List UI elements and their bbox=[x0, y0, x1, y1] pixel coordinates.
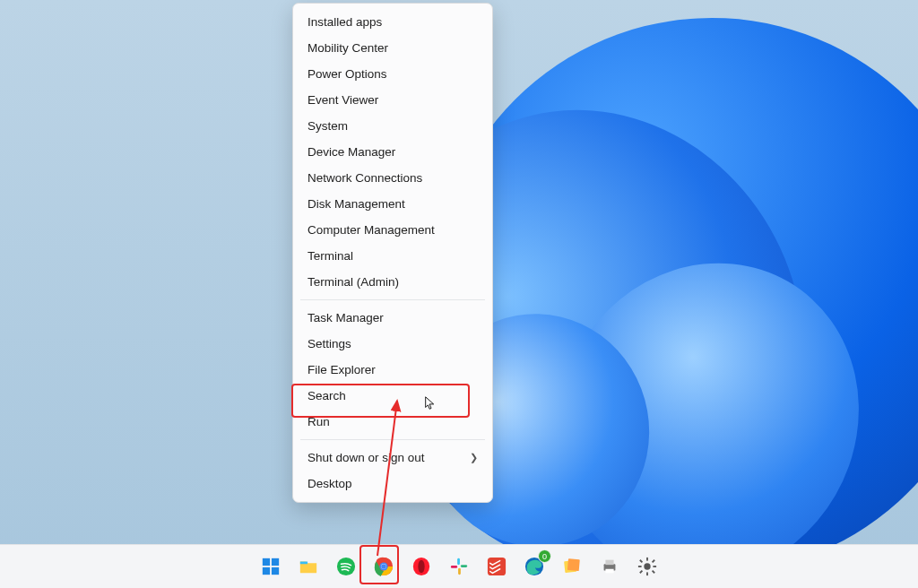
svg-rect-31 bbox=[639, 559, 643, 563]
menu-item-device-manager[interactable]: Device Manager bbox=[293, 139, 492, 165]
menu-item-terminal[interactable]: Terminal bbox=[293, 243, 492, 269]
spotify-icon bbox=[336, 557, 356, 576]
svg-rect-28 bbox=[646, 572, 648, 575]
menu-item-mobility-center[interactable]: Mobility Center bbox=[293, 35, 492, 61]
menu-item-label: Device Manager bbox=[307, 145, 395, 159]
svg-rect-32 bbox=[652, 570, 655, 574]
svg-rect-27 bbox=[646, 558, 648, 561]
file-explorer-button[interactable] bbox=[295, 553, 322, 580]
svg-rect-5 bbox=[263, 567, 270, 575]
svg-rect-4 bbox=[272, 558, 279, 566]
menu-item-event-viewer[interactable]: Event Viewer bbox=[293, 87, 492, 113]
folder-icon bbox=[299, 557, 318, 576]
menu-item-network-connections[interactable]: Network Connections bbox=[293, 165, 492, 191]
svg-rect-34 bbox=[639, 570, 643, 574]
menu-item-label: Event Viewer bbox=[307, 93, 378, 107]
menu-item-desktop[interactable]: Desktop bbox=[293, 471, 492, 497]
menu-item-label: Disk Management bbox=[307, 197, 405, 211]
menu-item-label: Terminal bbox=[307, 249, 353, 263]
slack-icon bbox=[449, 557, 469, 576]
menu-item-label: Terminal (Admin) bbox=[307, 275, 399, 289]
svg-rect-33 bbox=[652, 559, 655, 563]
taskbar: 0 bbox=[0, 544, 918, 588]
svg-rect-7 bbox=[300, 562, 307, 565]
menu-item-label: Task Manager bbox=[307, 311, 384, 324]
svg-rect-3 bbox=[263, 558, 270, 566]
menu-item-label: Network Connections bbox=[307, 171, 422, 185]
svg-point-12 bbox=[381, 564, 386, 569]
sticky-notes-button[interactable] bbox=[559, 553, 585, 580]
slack-button[interactable] bbox=[446, 553, 472, 580]
menu-separator bbox=[300, 299, 485, 300]
svg-rect-25 bbox=[605, 569, 613, 574]
menu-item-label: File Explorer bbox=[307, 363, 376, 376]
svg-point-14 bbox=[418, 560, 424, 574]
svg-rect-16 bbox=[461, 565, 467, 567]
spotify-button[interactable] bbox=[333, 553, 359, 580]
menu-item-computer-management[interactable]: Computer Management bbox=[293, 217, 492, 243]
menu-item-system[interactable]: System bbox=[293, 113, 492, 139]
svg-point-26 bbox=[644, 563, 650, 569]
opera-button[interactable] bbox=[408, 553, 435, 580]
start-context-menu[interactable]: Installed appsMobility CenterPower Optio… bbox=[292, 3, 493, 503]
menu-item-run[interactable]: Run bbox=[293, 409, 492, 435]
todoist-button[interactable] bbox=[483, 553, 510, 580]
menu-item-label: Settings bbox=[307, 337, 351, 350]
menu-item-label: Computer Management bbox=[307, 223, 435, 237]
menu-item-label: Search bbox=[307, 389, 346, 402]
svg-rect-6 bbox=[272, 567, 279, 575]
svg-rect-22 bbox=[567, 558, 580, 571]
chevron-right-icon: ❯ bbox=[470, 452, 478, 463]
start-button[interactable] bbox=[257, 553, 284, 580]
menu-item-label: Desktop bbox=[307, 477, 352, 490]
menu-item-search[interactable]: Search bbox=[293, 383, 492, 409]
printer-icon bbox=[600, 557, 619, 576]
svg-rect-24 bbox=[605, 560, 613, 566]
menu-item-label: System bbox=[307, 119, 348, 133]
edge-button[interactable]: 0 bbox=[521, 553, 548, 580]
windows-icon bbox=[261, 557, 281, 576]
sticky-notes-icon bbox=[562, 557, 582, 576]
menu-item-label: Installed apps bbox=[307, 15, 382, 29]
printer-button[interactable] bbox=[596, 553, 623, 580]
svg-rect-17 bbox=[458, 568, 461, 575]
opera-icon bbox=[411, 557, 431, 576]
menu-item-label: Shut down or sign out bbox=[307, 451, 425, 464]
svg-rect-15 bbox=[457, 558, 460, 565]
menu-item-power-options[interactable]: Power Options bbox=[293, 61, 492, 87]
chrome-button[interactable] bbox=[370, 553, 397, 580]
menu-separator bbox=[300, 439, 485, 440]
menu-item-label: Mobility Center bbox=[307, 41, 388, 55]
chrome-icon bbox=[374, 557, 394, 576]
svg-rect-30 bbox=[653, 566, 656, 567]
desktop[interactable]: Installed appsMobility CenterPower Optio… bbox=[0, 0, 918, 588]
todoist-icon bbox=[487, 557, 507, 576]
menu-item-file-explorer[interactable]: File Explorer bbox=[293, 357, 492, 383]
edge-badge: 0 bbox=[538, 549, 551, 563]
menu-item-label: Power Options bbox=[307, 67, 387, 81]
svg-rect-18 bbox=[451, 566, 457, 568]
svg-rect-29 bbox=[638, 566, 642, 567]
menu-item-installed-apps[interactable]: Installed apps bbox=[293, 9, 492, 35]
menu-item-settings[interactable]: Settings bbox=[293, 331, 492, 357]
menu-item-task-manager[interactable]: Task Manager bbox=[293, 305, 492, 331]
settings-button[interactable] bbox=[634, 553, 661, 580]
menu-item-terminal-admin[interactable]: Terminal (Admin) bbox=[293, 269, 492, 295]
menu-item-disk-management[interactable]: Disk Management bbox=[293, 191, 492, 217]
menu-item-shut-down-or-sign-out[interactable]: Shut down or sign out❯ bbox=[293, 445, 492, 471]
gear-icon bbox=[637, 557, 657, 576]
menu-item-label: Run bbox=[307, 415, 330, 428]
